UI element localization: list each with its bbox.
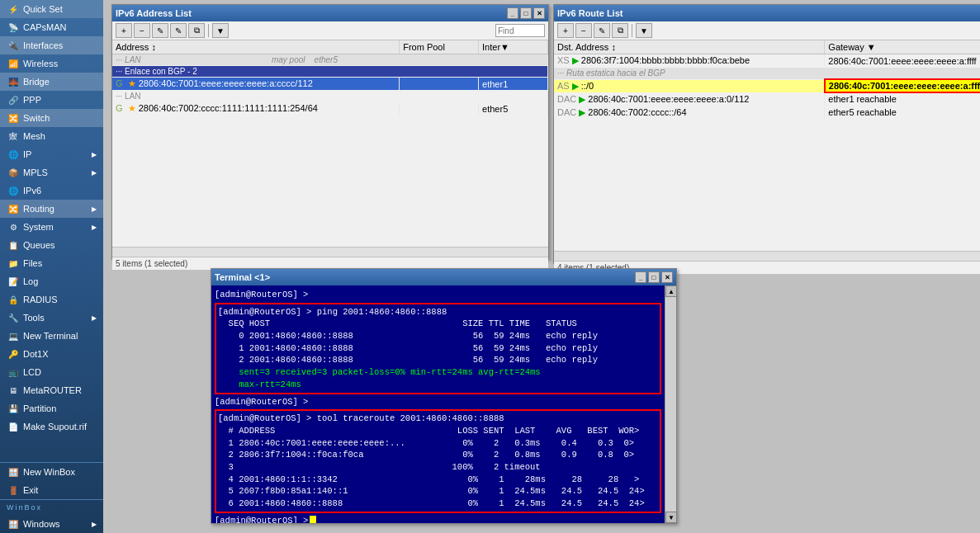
ping-summary2: max-rtt=24ms — [218, 379, 658, 391]
edit-route-button[interactable]: ✎ — [594, 23, 610, 38]
sidebar-item-new-terminal[interactable]: 💻 New Terminal — [0, 327, 103, 345]
row-cell: ··· Enlace con BGP - 2 — [112, 66, 548, 78]
filter-button[interactable]: ▼ — [212, 23, 229, 38]
quick-set-icon: ⚡ — [7, 2, 20, 16]
scroll-up-button[interactable]: ▲ — [665, 285, 677, 297]
sidebar-item-new-winbox[interactable]: 🪟 New WinBox — [0, 463, 103, 481]
gateway-col-header: Gateway ▼ — [825, 40, 980, 54]
sidebar-item-label: Mesh — [23, 131, 45, 141]
sidebar-item-label: IPv6 — [23, 186, 41, 196]
system-arrow: ▶ — [92, 224, 97, 231]
address-list-toolbar: + − ✎ ✎ ⧉ ▼ — [112, 21, 548, 40]
sidebar-item-queues[interactable]: 📋 Queues — [0, 236, 103, 254]
route-horizontal-scrollbar[interactable] — [554, 251, 980, 261]
maximize-button[interactable]: □ — [520, 7, 532, 19]
traceroute-command-line: [admin@RouterOS] > tool traceroute 2001:… — [218, 413, 658, 425]
sidebar-item-routing[interactable]: 🔀 Routing ▶ — [0, 200, 103, 218]
routing-icon: 🔀 — [7, 202, 20, 215]
scroll-down-button[interactable]: ▼ — [665, 512, 677, 523]
sidebar-item-make-supout[interactable]: 📄 Make Supout.rif — [0, 417, 103, 436]
table-row[interactable]: DAC ▶ 2806:40c:7002:cccc::/64 ether5 rea… — [554, 106, 980, 119]
address-cell: G ★ 2806:40c:7001:eeee:eeee:eeee:a:cccc/… — [112, 78, 400, 91]
close-terminal-button[interactable]: ✕ — [661, 271, 673, 283]
sidebar-item-bridge[interactable]: 🌉 Bridge — [0, 73, 103, 91]
table-row[interactable]: AS ▶ ::/0 2806:40c:7001:eeee:eeee:eeee:a… — [554, 79, 980, 92]
ping-command: ping 2001:4860:4860::8888 — [317, 307, 447, 317]
sidebar-item-exit[interactable]: 🚪 Exit — [0, 481, 103, 499]
minimize-terminal-button[interactable]: _ — [635, 271, 646, 283]
sidebar-item-radius[interactable]: 🔒 RADIUS — [0, 290, 103, 309]
sidebar-item-metarouter[interactable]: 🖥 MetaROUTER — [0, 381, 103, 399]
sidebar-item-capsman[interactable]: 📡 CAPsMAN — [0, 18, 103, 36]
sidebar-item-label: Make Supout.rif — [23, 422, 87, 432]
sidebar-item-switch[interactable]: 🔀 Switch — [0, 109, 103, 127]
sidebar-item-log[interactable]: 📝 Log — [0, 272, 103, 290]
mpls-arrow: ▶ — [92, 169, 97, 177]
maximize-terminal-button[interactable]: □ — [648, 271, 660, 283]
gateway-cell: 2806:40c:7001:eeee:eeee:eeee:a:ffff reac… — [825, 79, 980, 92]
horizontal-scrollbar[interactable] — [112, 247, 548, 257]
address-find-input[interactable] — [495, 24, 545, 37]
table-row[interactable]: ··· LAN — [112, 91, 548, 102]
address-list-content: Address ↕ From Pool Inter▼ ··· LAN may p… — [112, 40, 548, 247]
sidebar-item-ipv6[interactable]: 🌐 IPv6 — [0, 182, 103, 200]
edit-button[interactable]: ✎ — [152, 23, 168, 38]
dst-col-header: Dst. Address ↕ — [554, 40, 825, 54]
sidebar-item-label: Log — [23, 276, 38, 286]
sidebar-item-label: New Terminal — [23, 331, 78, 341]
prompt3: [admin@RouterOS] > — [215, 515, 308, 523]
sidebar-item-files[interactable]: 📁 Files — [0, 254, 103, 272]
add-button[interactable]: + — [116, 23, 132, 38]
gateway-cell: 2806:40c:7001:eeee:eeee:eeee:a:ffff — [825, 54, 980, 68]
sidebar-item-ppp[interactable]: 🔗 PPP — [0, 91, 103, 109]
sidebar-item-partition[interactable]: 💾 Partition — [0, 399, 103, 417]
sidebar-item-label: New WinBox — [23, 467, 75, 477]
table-row[interactable]: G ★ 2806:40c:7002:cccc:1111:1111:1111:25… — [112, 102, 548, 116]
remove-button[interactable]: − — [134, 23, 150, 38]
minimize-button[interactable]: _ — [507, 7, 518, 19]
route-list-content: Dst. Address ↕ Gateway ▼ XS ▶ 2806:3f7:1… — [554, 40, 980, 251]
windows-icon: 🪟 — [7, 517, 20, 531]
table-row[interactable]: ··· Enlace con BGP - 2 — [112, 66, 548, 78]
copy-button[interactable]: ✎ — [170, 23, 187, 38]
capsman-icon: 📡 — [7, 21, 20, 34]
sidebar-item-ip[interactable]: 🌐 IP ▶ — [0, 145, 103, 163]
sidebar-item-system[interactable]: ⚙ System ▶ — [0, 218, 103, 236]
routing-arrow: ▶ — [92, 205, 97, 213]
table-row[interactable]: ··· LAN may pool ether5 — [112, 54, 548, 66]
add-route-button[interactable]: + — [557, 23, 574, 38]
terminal-scrollbar[interactable]: ▲ ▼ — [665, 285, 676, 523]
paste-button[interactable]: ⧉ — [188, 23, 205, 38]
gateway-cell: ether1 reachable — [825, 92, 980, 106]
table-row[interactable]: DAC ▶ 2806:40c:7001:eeee:eeee:eeee:a:0/1… — [554, 92, 980, 106]
table-row[interactable]: XS ▶ 2806:3f7:1004:bbbb:bbbb:bbbb:f0ca:b… — [554, 54, 980, 68]
close-button[interactable]: ✕ — [533, 7, 545, 19]
sidebar-item-dot1x[interactable]: 🔑 Dot1X — [0, 345, 103, 363]
dot1x-icon: 🔑 — [7, 347, 20, 361]
route-list-toolbar: + − ✎ ⧉ ▼ — [554, 21, 980, 40]
sidebar-item-windows[interactable]: 🪟 Windows ▶ — [0, 515, 103, 533]
sidebar-item-quick-set[interactable]: ⚡ Quick Set — [0, 0, 103, 18]
traceroute-header: # ADDRESS LOSS SENT LAST AVG BEST WOR> — [218, 425, 658, 437]
traceroute-row-5: 5 2607:f8b0:85a1:140::1 0% 1 24.5ms 24.5… — [218, 485, 658, 498]
sidebar-item-wireless[interactable]: 📶 Wireless — [0, 54, 103, 73]
filter-route-button[interactable]: ▼ — [636, 23, 652, 38]
sidebar-item-mesh[interactable]: 🕸 Mesh — [0, 127, 103, 145]
sidebar-item-label: Switch — [23, 113, 50, 123]
partition-icon: 💾 — [7, 402, 20, 415]
table-row[interactable]: G ★ 2806:40c:7001:eeee:eeee:eeee:a:cccc/… — [112, 78, 548, 91]
scroll-track — [665, 297, 676, 512]
sidebar-item-label: CAPsMAN — [23, 22, 67, 32]
sidebar-item-label: Windows — [23, 519, 60, 529]
sidebar-item-label: Files — [23, 258, 42, 268]
terminal-content[interactable]: [admin@RouterOS] > [admin@RouterOS] > pi… — [211, 285, 665, 523]
sidebar-item-lcd[interactable]: 📺 LCD — [0, 363, 103, 381]
remove-route-button[interactable]: − — [575, 23, 592, 38]
sidebar-item-tools[interactable]: 🔧 Tools ▶ — [0, 309, 103, 327]
exit-icon: 🚪 — [7, 483, 20, 497]
copy-route-button[interactable]: ⧉ — [612, 23, 628, 38]
sidebar-item-interfaces[interactable]: 🔌 Interfaces — [0, 36, 103, 54]
sidebar-item-mpls[interactable]: 📦 MPLS ▶ — [0, 163, 103, 182]
table-row[interactable]: ··· Ruta estatica hacia el BGP — [554, 68, 980, 80]
sidebar-item-label: RADIUS — [23, 295, 58, 304]
